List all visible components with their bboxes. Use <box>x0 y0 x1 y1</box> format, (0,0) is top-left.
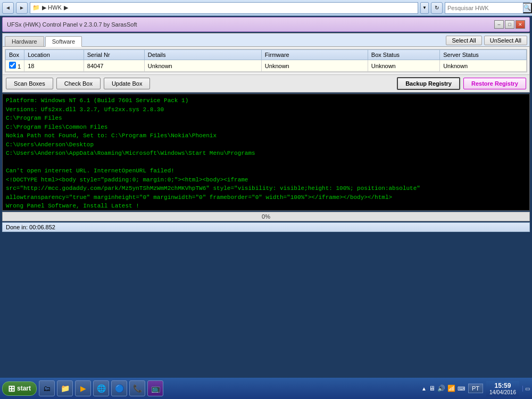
row-checkbox[interactable] <box>9 62 16 69</box>
log-line: Can't open internet URL. InternetOpenURL… <box>6 167 526 176</box>
tabs-right: Select All UnSelect All <box>446 36 527 46</box>
log-line: Platform: Windows NT 6.1 (Build 7601 Ser… <box>6 96 526 105</box>
tab-software[interactable]: Software <box>45 36 82 47</box>
scan-boxes-button[interactable]: Scan Boxes <box>6 78 53 89</box>
taskbar: ⊞ start 🗂 📁 ▶ 🌐 🔵 📞 📺 ▲ 🖥 🔊 📶 ⌨ PT 15:59… <box>0 378 532 399</box>
restore-button[interactable]: □ <box>505 20 514 29</box>
row-box-num: 1 <box>18 63 21 70</box>
status-text: Done in: 00:06.852 <box>6 224 55 230</box>
log-line: Wrong Panel Software, Install Latest ! <box>6 202 526 211</box>
log-area[interactable]: Platform: Windows NT 6.1 (Build 7601 Ser… <box>2 94 530 211</box>
table-header-row: Box Location Serial Nr Details Firmware … <box>6 50 527 60</box>
select-all-button[interactable]: Select All <box>446 36 481 45</box>
tray-icons: ▲ 🖥 🔊 📶 ⌨ <box>421 385 465 392</box>
main-panel: Hardware Software Select All UnSelect Al… <box>2 33 530 93</box>
back-button[interactable]: ◄ <box>2 2 14 14</box>
taskbar-app-ie[interactable]: 🌐 <box>93 380 109 396</box>
buttons-row: Scan Boxes Check Box Update Box Backup R… <box>3 74 529 92</box>
log-line: Server Error: 2 <box>6 211 526 211</box>
table-container: Box Location Serial Nr Details Firmware … <box>5 49 527 72</box>
tray-volume-icon[interactable]: 🔊 <box>437 385 445 392</box>
log-line: allowtransparency="true" marginheight="0… <box>6 193 526 202</box>
update-box-button[interactable]: Update Box <box>104 78 150 89</box>
log-line: C:\Program Files\Common Files <box>6 123 526 132</box>
main-table: Box Location Serial Nr Details Firmware … <box>5 49 527 72</box>
col-box-status: Box Status <box>368 50 439 60</box>
start-button[interactable]: ⊞ start <box>2 381 37 396</box>
tabs-left: Hardware Software <box>5 36 82 46</box>
unselect-all-button[interactable]: UnSelect All <box>484 36 527 45</box>
start-label: start <box>17 385 31 392</box>
tray-show-desktop[interactable]: ▭ <box>522 386 530 392</box>
log-line: src="http://mcc.godaddy.com/park/Mz5ynTS… <box>6 184 526 193</box>
title-bar-controls: – □ ✕ <box>494 20 525 29</box>
search-input[interactable] <box>445 3 523 13</box>
address-bar: 📁 ▶ HWK ▶ <box>30 2 418 14</box>
table-row: 1 18 84047 Unknown Unknown Unknown Unkno… <box>6 60 527 72</box>
restore-registry-button[interactable]: Restore Registry <box>463 78 526 89</box>
progress-label: 0% <box>262 213 270 220</box>
address-dropdown-button[interactable]: ▼ <box>420 2 429 14</box>
row-server-status: Unknown <box>440 60 527 72</box>
browser-chrome: ◄ ► 📁 ▶ HWK ▶ ▼ ↻ 🔍 <box>0 0 532 16</box>
log-line: Nokia Path not Found, Set to: C:\Program… <box>6 131 526 140</box>
log-line: C:\Users\Anderson\Desktop <box>6 140 526 149</box>
col-server-status: Server Status <box>440 50 527 60</box>
forward-button[interactable]: ► <box>16 2 28 14</box>
tray-keyboard-icon[interactable]: ⌨ <box>458 386 465 392</box>
progress-bar-container: 0% <box>2 212 530 221</box>
col-firmware: Firmware <box>261 50 368 60</box>
backup-registry-button[interactable]: Backup Registry <box>397 77 460 90</box>
app-title-bar: UFSx (HWK) Control Panel v 2.3.0.7 by Sa… <box>2 17 530 32</box>
minimize-button[interactable]: – <box>494 20 504 29</box>
language-button[interactable]: PT <box>468 384 483 393</box>
refresh-button[interactable]: ↻ <box>431 2 443 14</box>
address-bar-area: ◄ ► 📁 ▶ HWK ▶ ▼ ↻ 🔍 <box>2 2 530 14</box>
col-details: Details <box>144 50 261 60</box>
row-checkbox-cell[interactable]: 1 <box>6 60 24 72</box>
taskbar-app-media[interactable]: ▶ <box>75 380 91 396</box>
close-button[interactable]: ✕ <box>516 20 525 29</box>
log-line <box>6 158 526 167</box>
app-title: UFSx (HWK) Control Panel v 2.3.0.7 by Sa… <box>7 21 137 28</box>
clock-area: 15:59 14/04/2016 <box>486 381 519 396</box>
tray-network2-icon[interactable]: 📶 <box>447 385 455 392</box>
col-box: Box <box>6 50 24 60</box>
clock-date: 14/04/2016 <box>489 389 516 395</box>
col-serial: Serial Nr <box>84 50 144 60</box>
clock-time: 15:59 <box>489 382 516 389</box>
log-line: C:\Program Files <box>6 114 526 123</box>
taskbar-app-chrome[interactable]: 🔵 <box>111 380 127 396</box>
log-line: Versions: Ufs2xx.dll 3.2.7, Ufs2xx.sys 2… <box>6 105 526 114</box>
tray-network-icon[interactable]: 🖥 <box>429 385 435 392</box>
taskbar-app-explorer[interactable]: 🗂 <box>39 380 55 396</box>
search-icon-button[interactable]: 🔍 <box>523 3 532 13</box>
windows-logo: ⊞ <box>8 384 15 394</box>
row-location: 18 <box>24 60 84 72</box>
row-details: Unknown <box>144 60 261 72</box>
address-folder-icon: 📁 <box>32 4 40 11</box>
row-firmware: Unknown <box>261 60 368 72</box>
col-location: Location <box>24 50 84 60</box>
status-bar: Done in: 00:06.852 <box>2 222 530 232</box>
check-box-button[interactable]: Check Box <box>56 78 101 89</box>
tray-chevron[interactable]: ▲ <box>421 386 427 392</box>
tab-hardware[interactable]: Hardware <box>5 36 44 46</box>
log-line: C:\Users\Anderson\AppData\Roaming\Micros… <box>6 149 526 158</box>
search-bar: 🔍 <box>445 2 530 14</box>
row-box-status: Unknown <box>368 60 439 72</box>
taskbar-app-hwk[interactable]: 📺 <box>147 380 163 396</box>
taskbar-app-folder[interactable]: 📁 <box>57 380 73 396</box>
tabs-bar: Hardware Software Select All UnSelect Al… <box>3 34 529 47</box>
address-path: ▶ HWK <box>42 4 62 11</box>
row-serial: 84047 <box>84 60 144 72</box>
log-line: <!DOCTYPE html><body style="padding:0; m… <box>6 176 526 185</box>
taskbar-app-skype[interactable]: 📞 <box>129 380 145 396</box>
taskbar-tray: ▲ 🖥 🔊 📶 ⌨ PT 15:59 14/04/2016 ▭ <box>421 381 530 396</box>
address-path-2: ▶ <box>64 4 68 11</box>
